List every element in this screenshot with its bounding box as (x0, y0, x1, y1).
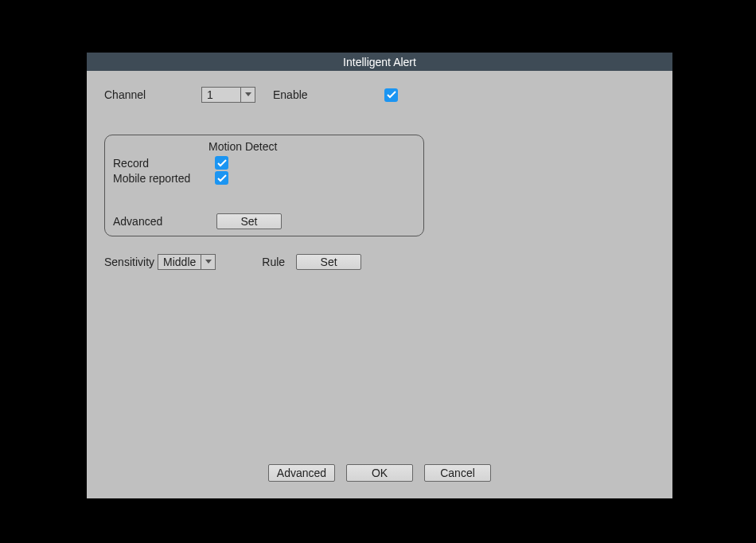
rule-label: Rule (262, 256, 285, 268)
mobile-row: Mobile reported (113, 171, 415, 185)
chevron-down-icon (201, 255, 215, 269)
bottom-buttons: Advanced OK Cancel (87, 464, 672, 482)
dialog-title: Intelligent Alert (343, 56, 416, 68)
titlebar: Intelligent Alert (87, 53, 672, 71)
record-checkbox[interactable] (215, 156, 228, 170)
mobile-checkbox[interactable] (215, 171, 228, 185)
svg-marker-0 (245, 92, 251, 96)
sensitivity-label: Sensitivity (104, 256, 154, 268)
sensitivity-row: Sensitivity Middle Rule Set (104, 254, 655, 270)
advanced-row: Advanced Set (113, 213, 415, 229)
sensitivity-dropdown[interactable]: Middle (158, 254, 216, 270)
dialog-window: Intelligent Alert Channel 1 Enable Motio… (87, 53, 672, 498)
cancel-button[interactable]: Cancel (424, 464, 491, 482)
advanced-button[interactable]: Advanced (268, 464, 335, 482)
channel-dropdown[interactable]: 1 (201, 87, 255, 103)
advanced-set-button[interactable]: Set (216, 213, 282, 229)
panel-title: Motion Detect (208, 140, 415, 153)
rule-set-button[interactable]: Set (296, 254, 361, 270)
ok-button[interactable]: OK (346, 464, 413, 482)
channel-value: 1 (202, 88, 240, 102)
channel-label: Channel (104, 88, 201, 101)
sensitivity-value: Middle (158, 255, 201, 269)
svg-marker-1 (205, 260, 212, 264)
record-label: Record (113, 157, 215, 170)
mobile-label: Mobile reported (113, 172, 215, 185)
enable-checkbox[interactable] (384, 88, 398, 102)
dialog-content: Channel 1 Enable Motion Detect Record (87, 71, 672, 496)
advanced-label: Advanced (113, 215, 216, 228)
chevron-down-icon (240, 88, 255, 102)
record-row: Record (113, 156, 415, 170)
enable-label: Enable (273, 88, 384, 101)
channel-row: Channel 1 Enable (104, 87, 655, 103)
motion-detect-panel: Motion Detect Record Mobile reported Adv… (104, 135, 424, 236)
